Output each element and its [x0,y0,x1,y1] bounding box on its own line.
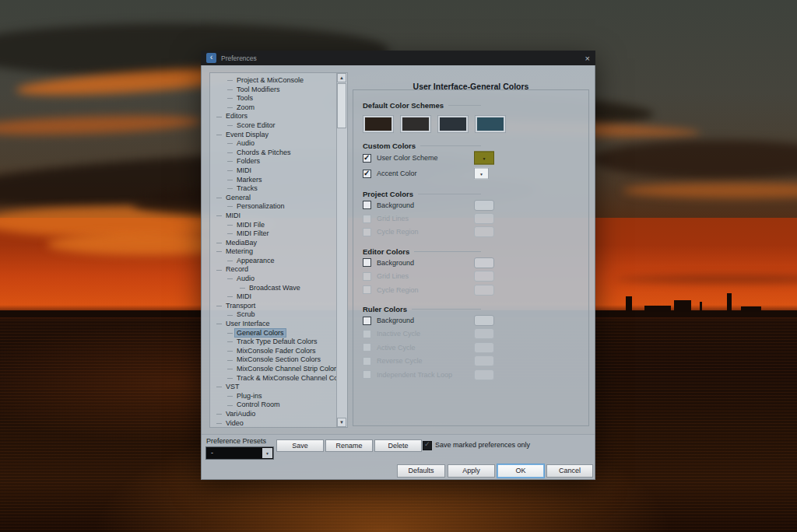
close-icon[interactable]: × [585,54,590,63]
tree-item-midi[interactable]: MIDI [210,292,337,302]
defaults-button[interactable]: Defaults [397,464,445,478]
delete-button[interactable]: Delete [374,439,422,452]
apply-button[interactable]: Apply [448,464,495,478]
color-row-grid-lines: Grid Lines [363,270,579,283]
color-dropdown-user-color-scheme[interactable]: ▼ [474,152,494,165]
color-scheme-swatch[interactable] [400,115,431,133]
tree-item-chords-pitches[interactable]: Chords & Pitches [210,149,337,158]
color-scheme-swatch[interactable] [363,115,394,133]
color-swatch-grid-lines[interactable] [474,213,494,224]
tree-item-audio[interactable]: Audio [210,275,337,284]
checkbox-user-color-scheme[interactable] [363,154,371,163]
tree-item-variaudio[interactable]: VariAudio [210,410,337,419]
preset-dropdown[interactable]: - ▼ [205,446,274,460]
preferences-tree: Project & MixConsoleTool ModifiersToolsZ… [210,73,337,427]
tree-item-editors[interactable]: Editors [210,112,337,121]
tree-item-midi-file[interactable]: MIDI File [210,221,337,230]
tree-item-midi[interactable]: MIDI [210,166,337,176]
tree-item-midi[interactable]: MIDI [210,212,337,221]
rename-button[interactable]: Rename [325,439,373,452]
tree-item-mixconsole-channel-strip-colors[interactable]: MixConsole Channel Strip Colors [210,365,337,374]
color-swatch-background[interactable] [474,257,494,268]
scroll-down-icon[interactable]: ▼ [337,418,346,427]
section-title: Ruler Colors [363,305,407,313]
tree-item-tracks[interactable]: Tracks [210,184,337,194]
color-scheme-swatch[interactable] [437,115,469,133]
tree-item-track-type-default-colors[interactable]: Track Type Default Colors [210,338,337,347]
color-swatch-background[interactable] [474,200,494,211]
tree-item-label: General [224,194,252,201]
tree-connector [227,161,233,162]
tree-item-zoom[interactable]: Zoom [210,103,337,113]
checkbox-background[interactable] [363,201,371,209]
color-swatch-inactive-cycle[interactable] [474,328,494,339]
color-swatch-background[interactable] [474,315,494,326]
checkbox-active-cycle[interactable] [363,343,371,352]
scroll-up-icon[interactable]: ▲ [337,73,346,82]
tree-item-control-room[interactable]: Control Room [210,401,337,410]
cancel-button[interactable]: Cancel [546,464,593,478]
checkbox-cycle-region[interactable] [363,228,371,236]
row-control-background [474,257,494,268]
checkbox-accent-color[interactable] [363,170,371,178]
checkbox-inactive-cycle[interactable] [363,330,371,338]
color-swatch-active-cycle[interactable] [474,342,494,353]
tree-item-user-interface[interactable]: User Interface [210,320,337,329]
tree-connector [227,125,233,126]
tree-item-score-editor[interactable]: Score Editor [210,121,337,131]
tree-item-scrub[interactable]: Scrub [210,310,337,320]
color-row-accent-color: Accent Color▼ [363,166,579,181]
dialog-titlebar[interactable]: ‹ Preferences × [201,51,595,65]
section-header-custom-colors: Custom Colors [363,142,481,150]
color-scheme-swatch[interactable] [475,115,506,133]
tree-scrollbar[interactable]: ▲ ▼ [336,73,347,427]
color-swatch-cycle-region[interactable] [474,285,494,296]
checkbox-background[interactable] [363,258,371,267]
tree-item-mediabay[interactable]: MediaBay [210,239,337,248]
color-swatch-grid-lines[interactable] [474,271,494,282]
checkbox-independent-track-loop[interactable] [363,370,371,379]
color-swatch-independent-track-loop[interactable] [474,369,494,380]
scrollbar-thumb[interactable] [337,83,346,128]
color-scheme-swatch-color [402,117,429,131]
color-swatch-cycle-region[interactable] [474,226,494,237]
save-marked-checkbox[interactable] [423,441,432,450]
checkbox-grid-lines[interactable] [363,215,371,223]
tree-item-record[interactable]: Record [210,265,337,275]
row-control-grid-lines [474,213,494,224]
save-button[interactable]: Save [276,439,324,452]
tree-item-broadcast-wave[interactable]: Broadcast Wave [210,284,337,293]
tree-item-metering[interactable]: Metering [210,247,337,257]
tree-item-project-mixconsole[interactable]: Project & MixConsole [210,76,337,86]
color-swatch-reverse-cycle[interactable] [474,355,494,366]
tree-item-general-colors[interactable]: General Colors [210,329,337,338]
tree-item-plug-ins[interactable]: Plug-ins [210,392,337,401]
tree-item-mixconsole-fader-colors[interactable]: MixConsole Fader Colors [210,347,337,356]
tree-item-markers[interactable]: Markers [210,176,337,185]
tree-item-general[interactable]: General [210,194,337,203]
checkbox-grid-lines[interactable] [363,272,371,281]
tree-item-track-mixconsole-channel-colors[interactable]: Track & MixConsole Channel Colors [210,374,337,383]
checkbox-reverse-cycle[interactable] [363,357,371,366]
tree-item-folders[interactable]: Folders [210,157,337,166]
tree-item-personalization[interactable]: Personalization [210,202,337,212]
tree-item-tools[interactable]: Tools [210,94,337,103]
tree-item-transport[interactable]: Transport [210,302,337,311]
tree-item-mixconsole-section-colors[interactable]: MixConsole Section Colors [210,355,337,365]
tree-item-audio[interactable]: Audio [210,139,337,149]
color-dropdown-accent-color[interactable]: ▼ [474,168,489,180]
chevron-down-icon[interactable]: ▼ [262,448,272,458]
tree-item-video[interactable]: Video [210,419,337,427]
tree-connector [216,215,222,216]
tree-item-midi-filter[interactable]: MIDI Filter [210,229,337,239]
ok-button[interactable]: OK [497,464,544,478]
back-arrow-icon[interactable]: ‹ [206,53,216,63]
tree-item-appearance[interactable]: Appearance [210,257,337,266]
checkbox-cycle-region[interactable] [363,285,371,294]
tree-item-tool-modifiers[interactable]: Tool Modifiers [210,86,337,95]
checkbox-background[interactable] [363,317,371,325]
tree-item-vst[interactable]: VST [210,383,337,392]
tree-item-event-display[interactable]: Event Display [210,131,337,140]
tree-connector [216,387,222,387]
chevron-down-icon: ▼ [483,156,486,160]
